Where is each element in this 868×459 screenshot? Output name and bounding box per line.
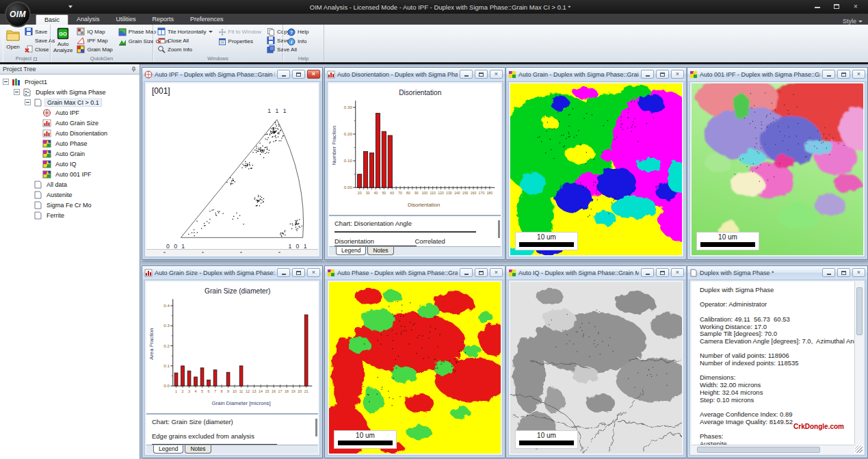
minimize-button[interactable] (277, 268, 290, 277)
minimize-button[interactable] (277, 70, 290, 79)
horizontal-scrollbar[interactable] (146, 249, 318, 255)
minimize-button[interactable] (641, 70, 654, 79)
tab-reports[interactable]: Reports (144, 14, 183, 25)
window-titlebar[interactable]: Duplex with Sigma Phase * × (687, 266, 867, 279)
legend-scrollbar[interactable] (315, 419, 317, 436)
phase-map-image: 10 um (329, 282, 501, 454)
maximize-button[interactable] (292, 70, 305, 79)
svg-text:0.3: 0.3 (163, 323, 170, 328)
minimize-button[interactable] (822, 268, 835, 277)
tab-preferences[interactable]: Preferences (182, 14, 232, 25)
style-menu[interactable]: Style (843, 18, 863, 25)
grain-map-button[interactable]: Grain Map (75, 45, 114, 53)
app-logo-button[interactable]: OIM (5, 1, 31, 27)
chevron-down-icon (858, 21, 863, 23)
doc-icon (34, 181, 42, 189)
close-button[interactable]: × (846, 2, 865, 12)
window-titlebar[interactable]: Auto Grain Size - Duplex with Sigma Phas… (142, 266, 322, 279)
tab-analysis[interactable]: Analysis (68, 14, 108, 25)
maximize-button[interactable] (292, 268, 305, 277)
svg-text:150: 150 (462, 191, 469, 195)
maximize-button[interactable] (827, 2, 846, 12)
tree-item-auto-grain-size[interactable]: Auto Grain Size (0, 118, 140, 128)
fit-to-window-button[interactable]: Fit to Window (217, 27, 263, 36)
tree-item-all-data[interactable]: All data (0, 179, 140, 189)
vertical-scrollbar[interactable] (854, 282, 863, 445)
window-auto-001-ipf: Auto 001 IPF - Duplex with Sigma Phase::… (687, 67, 868, 260)
tab-legend[interactable]: Legend (153, 445, 183, 454)
svg-text:170: 170 (479, 191, 485, 195)
close-button[interactable]: × (490, 268, 503, 277)
window-titlebar[interactable]: Auto Phase - Duplex with Sigma Phase::Gr… (325, 266, 505, 279)
tab-notes[interactable]: Notes (367, 247, 393, 255)
close-button[interactable]: × (852, 268, 865, 277)
window-titlebar[interactable]: Auto Grain - Duplex with Sigma Phase::Gr… (506, 68, 686, 81)
info-line: Number of indexed points: 118535 (700, 360, 854, 367)
tree-item-sigma-fe-cr-mo[interactable]: Sigma Fe Cr Mo (0, 200, 140, 210)
window-titlebar[interactable]: Auto Disorientation - Duplex with Sigma … (325, 68, 505, 81)
minimize-button[interactable] (460, 268, 473, 277)
open-button[interactable]: Open (5, 26, 21, 53)
disorientation-chart: Disorientation0.000.100.200.302030405060… (329, 83, 501, 213)
dialog-launcher-icon[interactable] (34, 57, 37, 61)
close-button[interactable]: × (307, 268, 320, 277)
close-button[interactable]: × (307, 70, 320, 79)
close-all-button[interactable]: Close All (156, 36, 214, 44)
info-button[interactable]: i Info (286, 37, 310, 46)
resize-grip[interactable] (855, 445, 863, 453)
tree-item-auto-iq[interactable]: Auto IQ (0, 159, 140, 169)
minimize-button[interactable] (808, 2, 827, 12)
ipf-map-button[interactable]: IPF Map (75, 36, 114, 44)
close-button[interactable]: × (671, 70, 684, 79)
svg-text:Disorientation: Disorientation (399, 89, 441, 96)
legend-scrollbar[interactable] (498, 220, 500, 238)
horizontal-scrollbar[interactable] (692, 445, 854, 454)
tab-basic[interactable]: Basic (36, 14, 68, 25)
zoom-info-button[interactable]: Zoom Info (156, 45, 214, 53)
maximize-button[interactable] (837, 70, 850, 79)
title-bar[interactable]: OIM OIM Analysis - Licensed Mode - Auto … (0, 0, 868, 14)
iq-map-button[interactable]: IQ Map (75, 27, 114, 36)
tree-item-austenite[interactable]: Austenite (0, 189, 140, 200)
info-line: Calibration: 49.11 56.73 60.53 (700, 316, 854, 324)
collapse-icon[interactable] (25, 99, 31, 105)
maximize-button[interactable] (656, 268, 669, 277)
svg-text:21: 21 (304, 389, 308, 393)
window-titlebar[interactable]: Auto IQ - Duplex with Sigma Phase::Grain… (506, 266, 686, 279)
scale-bar: 10 um (515, 232, 578, 250)
minimize-button[interactable] (822, 70, 835, 79)
svg-text:0.1: 0.1 (163, 363, 170, 368)
tree-item-auto-grain[interactable]: Auto Grain (0, 148, 140, 159)
tree-item-auto-disorientation[interactable]: Auto Disorientation (0, 128, 140, 138)
maximize-button[interactable] (656, 70, 669, 79)
info-line: Step: 0.10 microns (700, 397, 854, 404)
collapse-icon[interactable] (3, 79, 9, 85)
tree-item-duplex[interactable]: Duplex with Sigma Phase (0, 87, 140, 97)
tab-notes[interactable]: Notes (185, 445, 211, 454)
tree-item-auto-phase[interactable]: Auto Phase (0, 138, 140, 148)
tab-utilities[interactable]: Utilities (108, 14, 144, 25)
help-button[interactable]: ? Help (286, 27, 310, 36)
minimize-button[interactable] (641, 268, 654, 277)
tree-item-project1[interactable]: Project1 (0, 77, 140, 87)
close-button[interactable]: × (852, 70, 865, 79)
collapse-icon[interactable] (14, 89, 20, 95)
minimize-button[interactable] (460, 70, 473, 79)
tile-horizontally-button[interactable]: Tile Horizontally (156, 27, 214, 36)
properties-button[interactable]: Properties (217, 37, 263, 46)
maximize-button[interactable] (475, 268, 488, 277)
close-button[interactable]: × (671, 268, 684, 277)
pin-icon[interactable] (131, 66, 137, 73)
tree-item-auto-001-ipf[interactable]: Auto 001 IPF (0, 169, 140, 179)
window-titlebar[interactable]: Auto 001 IPF - Duplex with Sigma Phase::… (687, 68, 867, 81)
tree-item-auto-ipf[interactable]: Auto IPF (0, 107, 140, 118)
window-titlebar[interactable]: Auto IPF - Duplex with Sigma Phase::Grai… (142, 68, 322, 81)
maximize-button[interactable] (475, 70, 488, 79)
tab-legend[interactable]: Legend (336, 247, 366, 255)
tree-item-grain-max-ci[interactable]: Grain Max CI > 0.1 (0, 97, 140, 107)
close-button[interactable]: × (490, 70, 503, 79)
maximize-button[interactable] (837, 268, 850, 277)
svg-text:14: 14 (259, 389, 263, 393)
tree-item-ferrite[interactable]: Ferrite (0, 210, 140, 220)
auto-analyze-button[interactable]: GO Auto Analyze (53, 26, 73, 53)
